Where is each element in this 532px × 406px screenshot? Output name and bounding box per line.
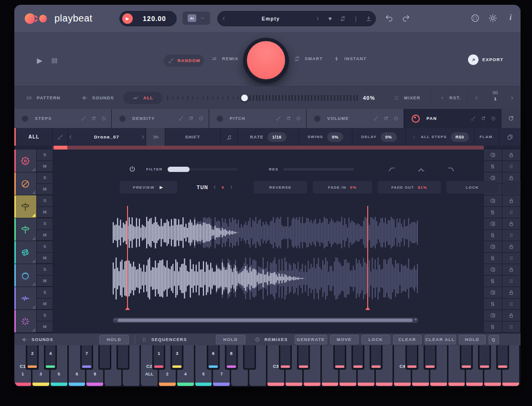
nudge-track1[interactable]: [484, 161, 502, 172]
solo-button-track6[interactable]: S: [37, 264, 53, 276]
all-steps-value[interactable]: R50: [451, 132, 469, 142]
scrollbar-thumb[interactable]: [117, 319, 413, 322]
all-tracks-cell[interactable]: ALL: [14, 128, 53, 146]
lock-track3[interactable]: [502, 195, 521, 207]
track-expand-handle[interactable]: [32, 328, 35, 331]
track-select-kick[interactable]: [14, 150, 36, 172]
res-slider[interactable]: [283, 168, 354, 171]
key-D#3[interactable]: [297, 345, 310, 370]
solo-button-track7[interactable]: S: [37, 287, 53, 299]
sequencers-hold-button[interactable]: HOLD: [216, 335, 245, 344]
reset-button[interactable]: RESET: [504, 181, 521, 193]
solo-button-track2[interactable]: S: [37, 172, 53, 184]
solo-button-track8[interactable]: S: [37, 310, 53, 321]
drag-handle-track4[interactable]: [502, 230, 521, 241]
track-expand-handle[interactable]: [32, 214, 35, 217]
key-C#2[interactable]: 1: [152, 345, 165, 370]
drag-handle-track6[interactable]: [502, 276, 521, 287]
fade-in-value[interactable]: 0%: [350, 185, 357, 190]
nudge-track4[interactable]: [484, 230, 502, 241]
generate-button[interactable]: GENERATE: [295, 335, 327, 344]
clear-steps-track5[interactable]: [484, 241, 502, 253]
key-G#3[interactable]: [351, 345, 364, 370]
clear-steps-track1[interactable]: [484, 150, 502, 161]
nudge-track7[interactable]: [484, 299, 502, 310]
key-A#1[interactable]: [117, 345, 129, 370]
sample-prev-button[interactable]: [68, 134, 74, 140]
clear-button[interactable]: CLEAR: [393, 335, 422, 344]
bpm-play-icon[interactable]: ▶: [122, 13, 133, 24]
key-C#3[interactable]: [279, 345, 292, 370]
tune-value[interactable]: 0: [222, 185, 224, 190]
remix-hold-button[interactable]: HOLD: [459, 335, 486, 344]
clear-steps-track6[interactable]: [484, 264, 502, 276]
kebab-menu-icon[interactable]: ⋮: [353, 16, 359, 21]
track-dice-button[interactable]: [53, 128, 68, 146]
refresh-all-button[interactable]: [501, 109, 521, 128]
clear-steps-track4[interactable]: [484, 218, 502, 230]
fade-out-value[interactable]: 81%: [418, 185, 427, 190]
waveform-scrollbar[interactable]: − +: [113, 318, 418, 323]
filter-handle[interactable]: [168, 167, 190, 172]
bp-filter-icon[interactable]: [417, 162, 426, 176]
track-select-tambourine[interactable]: [14, 264, 36, 287]
lp-filter-icon[interactable]: [447, 162, 455, 176]
mute-button-track1[interactable]: M: [37, 161, 53, 172]
redo-button[interactable]: [401, 13, 411, 23]
key-G#2[interactable]: 8: [225, 345, 238, 370]
filter-power-button[interactable]: [128, 162, 136, 176]
track-expand-handle[interactable]: [32, 282, 35, 286]
track-select-hihat-closed[interactable]: [14, 195, 36, 218]
reset-icon[interactable]: [188, 116, 194, 121]
flam-button[interactable]: FLAM.: [475, 128, 500, 146]
lock-track7[interactable]: [502, 287, 521, 299]
all-tracks-toggle[interactable]: ALL: [123, 92, 162, 104]
zoom-out-icon[interactable]: −: [114, 317, 117, 322]
sounds-tab[interactable]: SOUNDS: [81, 86, 114, 109]
zoom-in-icon[interactable]: +: [415, 317, 417, 322]
lock-track6[interactable]: [502, 264, 521, 276]
sample-next-button[interactable]: [140, 134, 146, 140]
quantize-button[interactable]: Q: [489, 335, 499, 344]
reset-icon[interactable]: [286, 116, 291, 121]
random-button[interactable]: RANDOM: [164, 54, 204, 67]
reset-icon[interactable]: [480, 116, 486, 121]
play-button[interactable]: ▶: [36, 57, 43, 64]
preview-button[interactable]: PREVIEW ▶: [120, 181, 177, 193]
tune-next-button[interactable]: [228, 184, 234, 190]
param-tab-pan[interactable]: PAN: [404, 109, 501, 128]
instant-toggle[interactable]: INSTANT: [333, 55, 367, 62]
favorite-icon[interactable]: ♥: [327, 16, 333, 21]
solo-button-track4[interactable]: S: [37, 218, 53, 230]
hp-filter-icon[interactable]: [387, 162, 396, 176]
pattern-tab[interactable]: PATTERN: [26, 86, 61, 109]
preset-prev-button[interactable]: [221, 16, 227, 21]
solo-button-track3[interactable]: S: [37, 195, 53, 207]
power-icon[interactable]: [198, 116, 204, 121]
clear-steps-track3[interactable]: [484, 195, 502, 207]
mute-button-track8[interactable]: M: [37, 321, 53, 333]
lock-track1[interactable]: [502, 150, 521, 161]
reset-rst-button[interactable]: RST.: [439, 86, 461, 109]
power-icon[interactable]: [101, 116, 106, 121]
power-icon[interactable]: [296, 116, 301, 121]
pattern-length-pager[interactable]: ∞ 1: [485, 88, 506, 101]
mute-button-track3[interactable]: M: [37, 207, 53, 218]
key-F#2[interactable]: 6: [207, 345, 220, 370]
remix-lock-button[interactable]: LOCK: [362, 335, 390, 344]
drag-handle-track1[interactable]: [502, 161, 521, 172]
key-D#1[interactable]: 4: [44, 345, 57, 370]
key-F#3[interactable]: [333, 345, 346, 370]
fade-in-button[interactable]: FADE IN 0%: [313, 181, 372, 193]
gear-icon[interactable]: [488, 13, 498, 23]
loop-progress-bar[interactable]: [53, 146, 484, 150]
fade-out-button[interactable]: FADE OUT 81%: [378, 181, 441, 193]
waveform-display[interactable]: [113, 208, 418, 309]
main-trigger-button[interactable]: [247, 41, 285, 79]
key-F#4[interactable]: [460, 345, 473, 370]
lock-track4[interactable]: [502, 218, 521, 230]
param-tab-density[interactable]: DENSITY: [112, 109, 209, 128]
pattern-page-next[interactable]: [509, 86, 515, 109]
mute-button-track7[interactable]: M: [37, 299, 53, 310]
delay-value[interactable]: 0%: [381, 132, 397, 142]
